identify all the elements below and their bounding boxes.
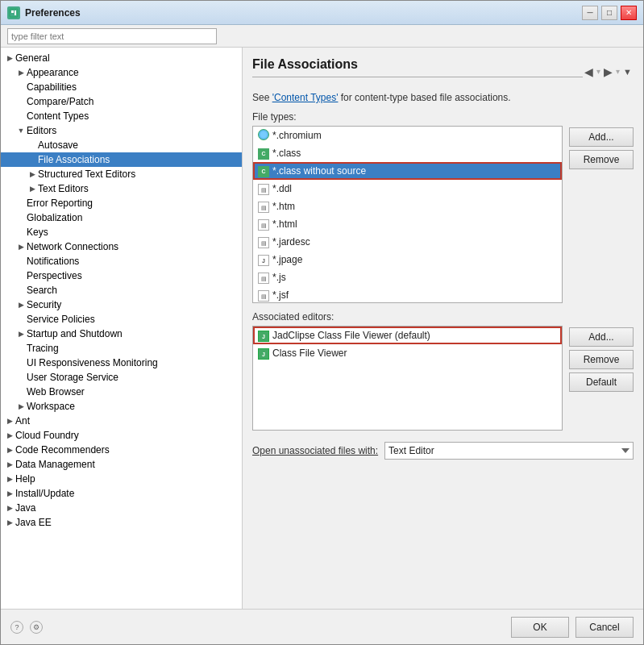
tree-item-general[interactable]: ▶General — [1, 51, 242, 65]
tree-item-structured-text-editors[interactable]: ▶Structured Text Editors — [1, 167, 242, 181]
tree-item-java[interactable]: ▶Java — [1, 501, 242, 515]
tree-item-perspectives[interactable]: Perspectives — [1, 268, 242, 283]
file-type-icon-jardesc: ▤ — [258, 236, 272, 248]
file-types-list-wrap: *.chromiumC*.classC*.class without sourc… — [252, 126, 563, 303]
tree-item-notifications[interactable]: Notifications — [1, 254, 242, 268]
maximize-button[interactable]: □ — [601, 6, 617, 20]
tree-label-workspace: Workspace — [27, 401, 75, 412]
file-type-label-chromium: *.chromium — [272, 130, 322, 141]
tree-item-help[interactable]: ▶Help — [1, 472, 242, 486]
back-button[interactable]: ◀ — [583, 65, 595, 78]
tree-arrow-structured-text-editors: ▶ — [27, 170, 38, 178]
open-unassoc-dropdown[interactable]: Text EditorSystem EditorIn-Place EditorA… — [384, 442, 634, 460]
tree-arrow-security: ▶ — [15, 301, 27, 309]
tree-label-service-policies: Service Policies — [27, 314, 95, 325]
assoc-editors-buttons: Add... Remove Default — [569, 326, 634, 431]
content-types-link[interactable]: 'Content Types' — [272, 92, 339, 103]
tree-label-install-update: Install/Update — [15, 488, 74, 499]
file-type-item-ddl[interactable]: ▤*.ddl — [253, 180, 562, 198]
tree-item-error-reporting[interactable]: Error Reporting — [1, 196, 242, 210]
tree-item-capabilities[interactable]: Capabilities — [1, 80, 242, 94]
file-type-item-jpage[interactable]: J*.jpage — [253, 251, 562, 268]
tree-label-ui-responsiveness: UI Responsiveness Monitoring — [27, 357, 158, 368]
add-file-type-button[interactable]: Add... — [569, 127, 634, 147]
assoc-editor-icon-jadclipse: J — [258, 330, 272, 342]
tree-item-ant[interactable]: ▶Ant — [1, 414, 242, 428]
assoc-editor-item-jadclipse[interactable]: JJadClipse Class File Viewer (default) — [253, 327, 562, 344]
description: See 'Content Types' for content-type bas… — [252, 92, 634, 103]
tree-arrow-workspace: ▶ — [15, 402, 27, 410]
file-type-icon-js: ▤ — [258, 272, 272, 284]
remove-file-type-button[interactable]: Remove — [569, 150, 634, 169]
tree-item-ui-responsiveness[interactable]: UI Responsiveness Monitoring — [1, 356, 242, 370]
ok-button[interactable]: OK — [511, 617, 569, 638]
tree-label-file-associations: File Associations — [38, 154, 110, 165]
tree-item-java-ee[interactable]: ▶Java EE — [1, 515, 242, 530]
tree-label-network-connections: Network Connections — [27, 241, 118, 252]
tree-label-data-management: Data Management — [15, 459, 95, 470]
tree-item-appearance[interactable]: ▶Appearance — [1, 65, 242, 80]
tree-item-file-associations[interactable]: File Associations — [1, 152, 242, 167]
tree-item-workspace[interactable]: ▶Workspace — [1, 399, 242, 414]
tree-label-search: Search — [27, 285, 57, 296]
svg-rect-1 — [11, 10, 14, 13]
tree-item-search[interactable]: Search — [1, 283, 242, 298]
tree-item-web-browser[interactable]: Web Browser — [1, 385, 242, 399]
tree-label-help: Help — [15, 473, 35, 485]
tree-item-editors[interactable]: ▼Editors — [1, 123, 242, 138]
forward-button[interactable]: ▶ — [602, 65, 614, 78]
assoc-editors-label: Associated editors: — [252, 311, 634, 322]
tree-item-service-policies[interactable]: Service Policies — [1, 312, 242, 327]
tree-item-globalization[interactable]: Globalization — [1, 210, 242, 225]
filter-input[interactable] — [7, 28, 217, 44]
tree-label-compare-patch: Compare/Patch — [27, 96, 93, 107]
tree-item-content-types[interactable]: Content Types — [1, 109, 242, 123]
tree-item-user-storage[interactable]: User Storage Service — [1, 370, 242, 385]
tree-item-cloud-foundry[interactable]: ▶Cloud Foundry — [1, 428, 242, 443]
panel-menu-button[interactable]: ▼ — [621, 67, 634, 77]
minimize-button[interactable]: ─ — [582, 6, 598, 20]
cancel-button[interactable]: Cancel — [575, 617, 634, 638]
add-editor-button[interactable]: Add... — [569, 327, 634, 347]
file-type-item-jsf[interactable]: ▤*.jsf — [253, 286, 562, 303]
assoc-editor-item-class-viewer[interactable]: JClass File Viewer — [253, 344, 562, 362]
tree-item-compare-patch[interactable]: Compare/Patch — [1, 94, 242, 109]
main-area: ▶General▶AppearanceCapabilitiesCompare/P… — [1, 48, 643, 609]
tree-item-network-connections[interactable]: ▶Network Connections — [1, 239, 242, 254]
remove-editor-button[interactable]: Remove — [569, 350, 634, 369]
tree-label-java: Java — [15, 502, 35, 514]
tree-item-data-management[interactable]: ▶Data Management — [1, 457, 242, 472]
tree-label-user-storage: User Storage Service — [27, 372, 118, 383]
tree-item-autosave[interactable]: Autosave — [1, 138, 242, 152]
tree-arrow-appearance: ▶ — [15, 69, 27, 77]
tree-item-startup-shutdown[interactable]: ▶Startup and Shutdown — [1, 327, 242, 341]
file-type-label-ddl: *.ddl — [272, 183, 292, 194]
file-types-list[interactable]: *.chromiumC*.classC*.class without sourc… — [252, 126, 563, 303]
tree-item-text-editors[interactable]: ▶Text Editors — [1, 181, 242, 196]
tree-item-security[interactable]: ▶Security — [1, 298, 242, 312]
file-type-item-htm[interactable]: ▤*.htm — [253, 198, 562, 215]
file-type-label-jsf: *.jsf — [272, 289, 289, 301]
file-type-item-class[interactable]: C*.class — [253, 144, 562, 162]
tree-label-startup-shutdown: Startup and Shutdown — [27, 328, 123, 339]
tree-label-globalization: Globalization — [27, 212, 82, 223]
file-type-label-htm: *.htm — [272, 201, 295, 212]
filter-bar — [1, 25, 643, 48]
help-icon[interactable]: ? — [10, 621, 23, 634]
file-type-item-chromium[interactable]: *.chromium — [253, 127, 562, 144]
tree-item-code-recommenders[interactable]: ▶Code Recommenders — [1, 443, 242, 457]
file-type-item-jardesc[interactable]: ▤*.jardesc — [253, 233, 562, 251]
close-button[interactable]: ✕ — [621, 6, 637, 20]
tree-item-keys[interactable]: Keys — [1, 225, 242, 239]
file-type-item-html[interactable]: ▤*.html — [253, 215, 562, 233]
title-bar: Preferences ─ □ ✕ — [1, 1, 643, 25]
tree-item-install-update[interactable]: ▶Install/Update — [1, 486, 242, 501]
tree-label-editors: Editors — [27, 125, 56, 136]
bottom-row: Open unassociated files with: Text Edito… — [252, 442, 634, 460]
file-type-item-js[interactable]: ▤*.js — [253, 268, 562, 286]
prefs-icon[interactable]: ⚙ — [30, 621, 43, 634]
file-type-item-class-without-source[interactable]: C*.class without source — [253, 162, 562, 180]
tree-item-tracing[interactable]: Tracing — [1, 341, 242, 356]
assoc-editors-list[interactable]: JJadClipse Class File Viewer (default)JC… — [252, 326, 563, 431]
default-editor-button[interactable]: Default — [569, 372, 634, 392]
